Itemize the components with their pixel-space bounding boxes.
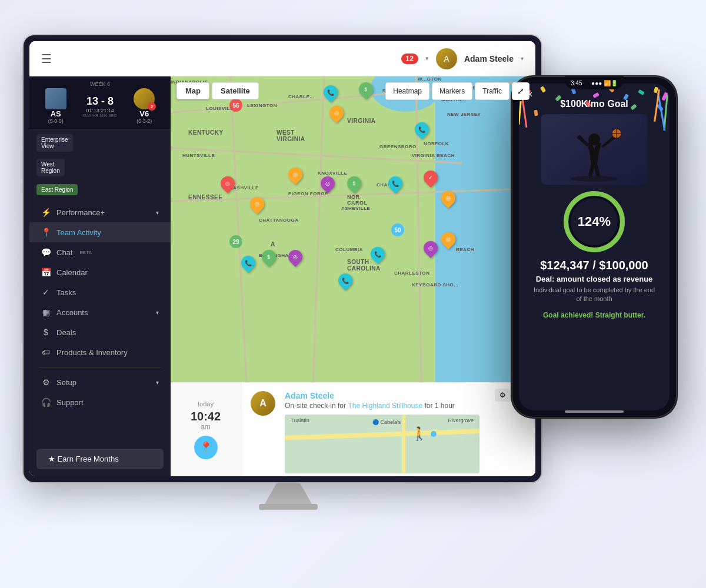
west-region-section: WestRegion bbox=[29, 154, 171, 179]
phone-progress-percentage: 124% bbox=[578, 214, 611, 229]
map-label-greensboro: Greensboro bbox=[379, 144, 417, 149]
earn-free-months-button[interactable]: ★ Earn Free Months bbox=[36, 449, 164, 469]
sidebar-item-products[interactable]: 🏷 Products & Inventory bbox=[29, 342, 171, 362]
team-right-record: (0·3·2) bbox=[136, 118, 152, 124]
map-number-56: 56 bbox=[229, 99, 242, 112]
enterprise-view-label[interactable]: EnterpriseView bbox=[36, 134, 73, 152]
top-bar: ☰ 12 ▾ A Adam Steele ▾ bbox=[29, 41, 535, 76]
confetti-11 bbox=[630, 103, 637, 110]
notification-badge[interactable]: 12 bbox=[401, 54, 418, 64]
svg-marker-0 bbox=[265, 483, 312, 504]
map-label-charwv: Charle... bbox=[288, 94, 315, 99]
map-road-v2 bbox=[312, 76, 325, 382]
sidebar-item-tasks[interactable]: ✓ Tasks bbox=[29, 282, 171, 302]
mini-map: Tualatin 🔵 Cabela's Rivergrove 🚶 bbox=[285, 415, 479, 473]
phone-description: Individual goal to be completed by the e… bbox=[519, 283, 670, 306]
mini-road-v bbox=[402, 415, 405, 473]
top-bar-right: 12 ▾ A Adam Steele ▾ bbox=[401, 48, 524, 69]
sidebar-item-calendar[interactable]: 📅 Calendar bbox=[29, 262, 171, 282]
sidebar-item-products-label: Products & Inventory bbox=[56, 348, 128, 357]
confetti-5 bbox=[592, 92, 600, 98]
sidebar-nav: ⚡ Performance+ ▾ 📍 Team Activity 💬 Chat … bbox=[29, 198, 171, 442]
map-button[interactable]: Map bbox=[176, 82, 209, 99]
timeline-ampm: am bbox=[201, 423, 211, 431]
phone-signal-icon: ●●● 📶🔋 bbox=[591, 80, 618, 86]
monitor-wrapper: ☰ 12 ▾ A Adam Steele ▾ bbox=[24, 35, 553, 517]
sidebar-item-chat-label: Chat bbox=[56, 248, 72, 257]
map-label-columbia: Columbia bbox=[335, 247, 363, 252]
map-background: KENTUCKY ENNESSEE WESTVIRGINIA VIRGINIA … bbox=[171, 76, 535, 382]
bottom-map-background: Tualatin 🔵 Cabela's Rivergrove 🚶 bbox=[285, 415, 479, 473]
confetti-2 bbox=[540, 86, 546, 93]
heatmap-button[interactable]: Heatmap bbox=[385, 82, 429, 100]
monitor-stand-svg bbox=[229, 483, 347, 513]
activity-user-avatar: A bbox=[251, 391, 275, 416]
map-road-2 bbox=[171, 147, 462, 164]
team-left-record: (5·0·0) bbox=[48, 118, 64, 124]
sidebar-item-setup[interactable]: ⚙ Setup ▾ bbox=[29, 372, 171, 392]
team-activity-icon: 📍 bbox=[41, 228, 51, 237]
activity-duration: for 1 hour bbox=[424, 402, 454, 410]
team-left-initials: AS bbox=[51, 109, 61, 118]
team-right-initials: V6 bbox=[139, 109, 149, 118]
phone-screen: × $100K/mo Goal bbox=[519, 83, 670, 410]
mini-location-dot bbox=[431, 431, 437, 437]
confetti-7 bbox=[623, 93, 629, 101]
svg-point-4 bbox=[588, 133, 600, 145]
west-region-label[interactable]: WestRegion bbox=[36, 159, 65, 176]
timeline-time: 10:42 bbox=[191, 410, 221, 423]
sidebar-item-chat[interactable]: 💬 Chat BETA bbox=[29, 242, 171, 262]
monitor-stand-area bbox=[24, 483, 553, 513]
main-content: Map Satellite Heatmap Markers Traffic ⤢ bbox=[171, 76, 535, 476]
sidebar-item-performance[interactable]: ⚡ Performance+ ▾ bbox=[29, 202, 171, 222]
east-region-label[interactable]: East Region bbox=[36, 184, 78, 195]
mini-label-tualatin: Tualatin bbox=[291, 417, 309, 423]
phone-frame: 3:45 ●●● 📶🔋 bbox=[512, 76, 677, 417]
sidebar-item-deals[interactable]: $ Deals bbox=[29, 322, 171, 342]
accounts-icon: ▦ bbox=[41, 308, 51, 317]
top-bar-left: ☰ bbox=[41, 52, 52, 66]
accounts-arrow: ▾ bbox=[156, 309, 159, 316]
mini-label-cabelas: 🔵 Cabela's bbox=[372, 419, 401, 425]
monitor-screen: ☰ 12 ▾ A Adam Steele ▾ bbox=[29, 41, 535, 476]
player-silhouette-svg bbox=[547, 117, 641, 182]
sidebar-item-calendar-label: Calendar bbox=[56, 268, 88, 277]
user-menu-chevron[interactable]: ▾ bbox=[521, 55, 524, 62]
performance-arrow: ▾ bbox=[156, 209, 159, 216]
activity-location: The Highland Stillhouse bbox=[348, 402, 422, 410]
products-icon: 🏷 bbox=[41, 348, 51, 357]
traffic-button[interactable]: Traffic bbox=[475, 82, 509, 100]
sidebar-item-accounts[interactable]: ▦ Accounts ▾ bbox=[29, 302, 171, 322]
mini-label-rivergrove: Rivergrove bbox=[448, 417, 474, 423]
map-label-kentucky: KENTUCKY bbox=[188, 129, 224, 136]
map-road-v1 bbox=[229, 76, 247, 382]
confetti-12 bbox=[534, 110, 538, 116]
confetti-3 bbox=[555, 95, 561, 101]
map-label-wv: WESTVIRGINIA bbox=[277, 129, 305, 142]
activity-settings-button[interactable]: ⚙ bbox=[495, 389, 511, 402]
chat-icon: 💬 bbox=[41, 248, 51, 257]
pin-orange-1: ◎ bbox=[327, 103, 347, 123]
activity-description: On-site check-in for The Highland Stillh… bbox=[285, 402, 479, 410]
phone-close-button[interactable]: × bbox=[527, 89, 532, 100]
setup-arrow: ▾ bbox=[156, 379, 159, 386]
pin-phone-nc: 📞 bbox=[368, 244, 388, 264]
map-controls-top: Map Satellite bbox=[176, 82, 259, 99]
hamburger-icon[interactable]: ☰ bbox=[41, 52, 52, 66]
sidebar-item-support[interactable]: 🎧 Support bbox=[29, 392, 171, 412]
phone-progress-ring: 124% bbox=[562, 189, 627, 254]
score-main: 13 - 8 bbox=[79, 95, 120, 108]
sidebar-item-team-activity[interactable]: 📍 Team Activity bbox=[29, 222, 171, 242]
score-timer: 01:13:21:14 bbox=[79, 108, 120, 113]
east-region-section: East Region bbox=[29, 179, 171, 198]
map-number-29: 29 bbox=[229, 235, 242, 248]
sidebar-bottom: ★ Earn Free Months bbox=[29, 442, 171, 476]
satellite-button[interactable]: Satellite bbox=[212, 82, 259, 99]
phone-player-image bbox=[541, 114, 647, 185]
timeline-date: today bbox=[198, 400, 214, 407]
markers-button[interactable]: Markers bbox=[432, 82, 472, 100]
setup-icon: ⚙ bbox=[41, 377, 51, 387]
sidebar-item-support-label: Support bbox=[56, 398, 84, 407]
sidebar-item-team-activity-label: Team Activity bbox=[56, 228, 101, 237]
phone-home-indicator bbox=[565, 410, 624, 413]
